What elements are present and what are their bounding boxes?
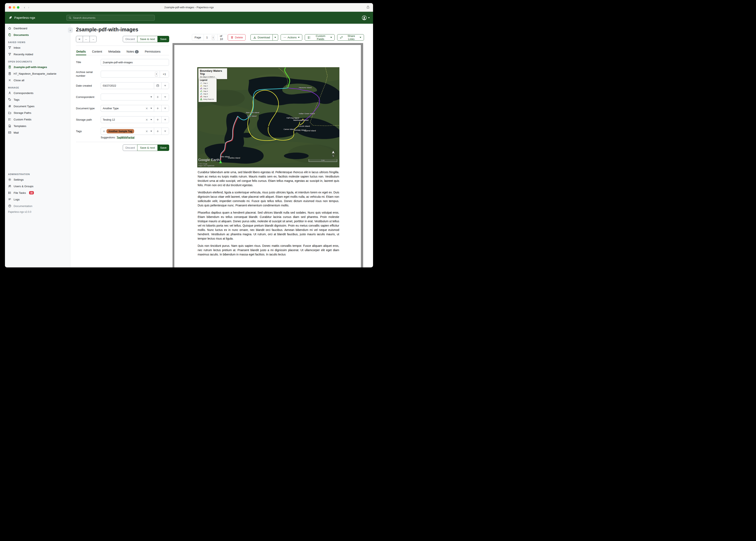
save-button-bottom[interactable]: Save [157,145,169,151]
legend-label: Day 5 [203,93,208,95]
sidebar-item-settings[interactable]: Settings [5,176,70,183]
download-button[interactable]: Download [250,34,273,41]
sidebar-item-users-groups[interactable]: Users & Groups [5,183,70,190]
tags-select[interactable]: ✕ Another Sample Tag ✕ [101,128,154,135]
add-document-type-button[interactable] [154,105,161,112]
sidebar-item-close-all[interactable]: Close all [5,77,70,84]
legend-item: Day 1 [200,82,215,85]
page-count-label: of 10 [217,34,228,41]
legend-item: Day 3 [200,87,215,90]
sidebar-item-documents[interactable]: Documents [5,32,70,38]
search-input[interactable] [73,16,153,19]
sidebar-item-2sample-pdf-with-images[interactable]: 2sample-pdf-with-images [5,64,70,70]
sidebar-item-h7-napoleon-bonaparte-zadanie[interactable]: H7_Napoleon_Bonaparte_zadanie [5,70,70,77]
sidebar-item-document-types[interactable]: Document Types [5,103,70,110]
storage-path-filter-icon[interactable] [161,117,169,123]
app-brand[interactable]: Paperless-ngx [8,12,35,24]
remove-tag-icon[interactable]: ✕ [103,130,105,133]
sidebar-item-dashboard[interactable]: Dashboard [5,25,70,32]
sidebar-item-file-tasks[interactable]: File Tasks16 [5,190,70,196]
person-icon [8,91,11,95]
sidebar-item-tags[interactable]: Tags [5,96,70,103]
calendar-icon[interactable] [154,83,161,89]
app-window: ‹ › 2sample-pdf-with-images - Paperless-… [5,3,373,268]
sidebar-item-recently-added[interactable]: Recently Added [5,51,70,58]
title-input[interactable] [103,61,167,64]
share-icon[interactable] [366,5,370,9]
asn-input[interactable] [103,73,154,76]
tags-filter-icon[interactable] [161,128,169,135]
discard-button[interactable]: Discard [123,36,138,42]
map-label: Charlies Island [228,157,240,159]
legend-item: Day 6 [200,95,215,98]
close-document-button[interactable]: ✕ [76,36,83,42]
delete-button[interactable]: Delete [228,34,246,41]
document-type-select[interactable]: Another Type ✕ [101,105,154,112]
document-icon [8,72,11,75]
date-created-input[interactable] [103,84,152,87]
clear-icon[interactable]: ✕ [145,130,148,133]
actions-button[interactable]: Actions [281,34,302,41]
tags-label: Tags [76,130,95,133]
tab-label: Permissions [145,50,161,53]
browser-back-button[interactable]: ‹ [24,5,25,9]
save-button[interactable]: Save [157,36,169,42]
document-icon [8,65,11,69]
sidebar-item-custom-fields[interactable]: Custom Fields [5,116,70,123]
save-next-button[interactable]: Save & next [137,36,158,42]
sidebar-item-logs[interactable]: Logs [5,196,70,203]
tab-notes[interactable]: Notes1 [126,48,139,55]
sidebar-item-mail[interactable]: Mail [5,129,70,136]
correspondent-select[interactable] [101,94,154,100]
close-window-button[interactable] [9,6,11,9]
minimize-window-button[interactable] [13,6,15,9]
sidebar-collapse-button[interactable]: « [68,27,73,33]
tab-content[interactable]: Content [92,48,103,55]
custom-fields-button[interactable]: Custom Fields [305,34,335,41]
date-filter-icon[interactable] [161,83,169,89]
clear-icon[interactable]: ✕ [145,118,148,122]
zoom-window-button[interactable] [17,6,19,9]
document-edit-pane: 2sample-pdf-with-images ✕ ← → Discard Sa… [71,24,169,151]
sidebar-item-inbox[interactable]: Inbox [5,44,70,51]
storage-path-select[interactable]: Testing 12 ✕ [101,117,154,123]
chevron-down-icon [368,17,370,18]
document-type-filter-icon[interactable] [161,105,169,112]
share-links-button[interactable]: Share Links [337,34,364,41]
user-avatar-icon [362,15,367,20]
users-icon [8,185,11,188]
legend-label: Day 6 [203,96,208,98]
download-options-button[interactable] [273,34,278,41]
page-stepper[interactable]: ▲▼ [212,35,215,40]
discard-button-bottom[interactable]: Discard [123,145,138,151]
svg-text:N: N [332,154,335,158]
map-credit-line: Image © 2017 DigitalGlobe [198,165,214,167]
sidebar-item-storage-paths[interactable]: Storage Paths [5,110,70,116]
add-correspondent-button[interactable] [154,94,161,100]
add-storage-path-button[interactable] [154,117,161,123]
document-tabs: DetailsContentMetadataNotes1Permissions [76,48,169,55]
next-document-button[interactable]: → [90,36,97,42]
tab-details[interactable]: Details [76,48,86,55]
clear-icon[interactable]: ✕ [145,107,148,110]
browser-forward-button[interactable]: › [28,5,29,9]
save-next-button-bottom[interactable]: Save & next [137,145,158,151]
sidebar-item-correspondents[interactable]: Correspondents [5,90,70,96]
correspondent-filter-icon[interactable] [161,94,169,100]
pdf-viewer[interactable]: Boundary Waters Trip Six days in BWCA Le… [172,43,363,268]
tab-permissions[interactable]: Permissions [144,48,161,55]
macos-titlebar: ‹ › 2sample-pdf-with-images - Paperless-… [5,3,373,12]
window-controls [9,6,19,9]
sidebar-item-documentation[interactable]: Documentation [5,203,70,209]
asn-plus-one-button[interactable]: +1 [160,71,169,77]
asn-stepper[interactable]: ▲▼ [155,72,158,76]
user-menu[interactable] [362,12,370,24]
tab-metadata[interactable]: Metadata [108,48,121,55]
tag-chip[interactable]: Another Sample Tag [106,129,134,133]
search-box[interactable] [66,15,155,21]
add-tag-button[interactable] [154,128,161,135]
previous-document-button[interactable]: ← [83,36,90,42]
sidebar-item-templates[interactable]: Templates [5,123,70,129]
suggestion-link[interactable]: TagWithPartial [117,136,134,139]
page-number-input[interactable] [206,36,210,39]
